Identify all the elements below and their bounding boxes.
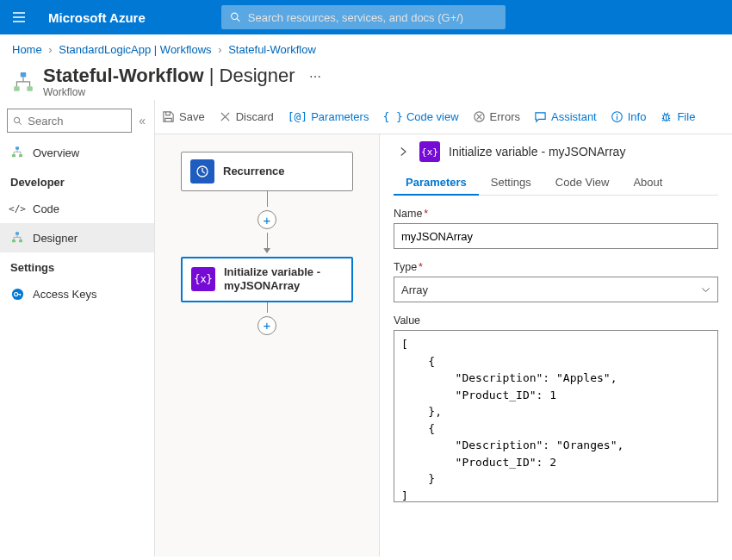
- search-icon: [13, 115, 22, 127]
- svg-rect-9: [19, 154, 22, 157]
- nav-designer[interactable]: Designer: [0, 223, 154, 252]
- svg-point-5: [14, 117, 19, 122]
- tab-parameters[interactable]: Parameters: [394, 171, 479, 196]
- svg-rect-7: [16, 146, 19, 149]
- nav-label: Designer: [33, 232, 78, 245]
- code-icon: </>: [10, 202, 24, 215]
- nav-label: Overview: [33, 146, 79, 159]
- connector-line: [267, 302, 268, 313]
- svg-rect-12: [19, 240, 22, 242]
- global-search[interactable]: [221, 5, 506, 29]
- add-step-button[interactable]: +: [257, 316, 276, 335]
- close-icon: [219, 110, 232, 123]
- nav-code[interactable]: </> Code: [0, 194, 154, 223]
- collapse-nav-button[interactable]: «: [139, 110, 154, 128]
- panel-back-button[interactable]: [394, 142, 413, 161]
- svg-rect-11: [12, 240, 16, 242]
- type-selected-value: Array: [401, 283, 428, 296]
- parameters-icon: [@]: [288, 110, 307, 123]
- tab-settings[interactable]: Settings: [479, 171, 543, 195]
- info-icon: [611, 110, 623, 123]
- error-icon: [473, 110, 486, 123]
- page-title: Stateful-Workflow | Designer: [43, 65, 295, 87]
- search-icon: [230, 11, 241, 23]
- node-initialize-variable[interactable]: {x} Initialize variable - myJSONArray: [181, 257, 353, 302]
- nav-search-input[interactable]: [28, 115, 126, 128]
- value-textarea[interactable]: [394, 330, 718, 502]
- nav-section-developer: Developer: [0, 167, 154, 194]
- svg-rect-2: [21, 72, 27, 77]
- braces-icon: { }: [382, 110, 402, 123]
- nav-access-keys[interactable]: Access Keys: [0, 279, 154, 308]
- chevron-right-icon: ›: [48, 43, 52, 56]
- nav-label: Access Keys: [33, 288, 96, 301]
- designer-icon: [10, 231, 24, 245]
- svg-rect-10: [16, 232, 19, 234]
- svg-line-6: [19, 121, 22, 124]
- parameters-button[interactable]: [@] Parameters: [288, 110, 369, 123]
- workflow-icon: [12, 72, 34, 94]
- field-label-value: Value: [394, 314, 718, 327]
- svg-rect-8: [12, 154, 16, 157]
- variable-icon: {x}: [419, 141, 440, 162]
- nav-overview[interactable]: Overview: [0, 138, 154, 167]
- save-button[interactable]: Save: [162, 110, 205, 123]
- brand-label: Microsoft Azure: [48, 10, 146, 25]
- file-button[interactable]: File: [660, 110, 695, 123]
- errors-button[interactable]: Errors: [473, 110, 520, 123]
- nav-search[interactable]: [7, 109, 132, 133]
- chat-icon: [534, 110, 547, 123]
- global-search-input[interactable]: [248, 11, 497, 24]
- svg-rect-18: [617, 116, 617, 121]
- node-recurrence[interactable]: Recurrence: [181, 152, 353, 191]
- discard-button[interactable]: Discard: [219, 110, 274, 123]
- save-icon: [162, 110, 175, 123]
- recurrence-icon: [190, 159, 214, 184]
- overview-icon: [10, 146, 24, 159]
- nav-label: Code: [33, 202, 59, 215]
- arrow-down-icon: [264, 248, 270, 253]
- chevron-right-icon: ›: [218, 43, 221, 56]
- chevron-down-icon: [701, 285, 710, 295]
- svg-rect-4: [27, 86, 33, 90]
- panel-title: Initialize variable - myJSONArray: [449, 145, 625, 159]
- designer-canvas[interactable]: Recurrence + {x} Initialize variable - m…: [155, 134, 379, 557]
- node-label: Initialize variable - myJSONArray: [224, 265, 343, 294]
- assistant-button[interactable]: Assistant: [534, 110, 597, 123]
- connector-line: [267, 233, 268, 248]
- svg-line-1: [237, 19, 239, 22]
- crumb-workflow[interactable]: Stateful-Workflow: [228, 43, 316, 56]
- crumb-app[interactable]: StandardLogicApp | Workflows: [59, 43, 211, 56]
- variable-icon: {x}: [191, 267, 215, 291]
- tab-code-view[interactable]: Code View: [543, 171, 622, 195]
- breadcrumb: Home › StandardLogicApp | Workflows › St…: [0, 34, 732, 61]
- codeview-button[interactable]: { } Code view: [382, 110, 458, 123]
- svg-point-17: [616, 114, 617, 115]
- add-step-button[interactable]: +: [257, 210, 276, 229]
- svg-point-0: [231, 13, 237, 19]
- field-label-name: Name*: [394, 208, 718, 220]
- info-button[interactable]: Info: [611, 110, 647, 123]
- more-button[interactable]: ⋯: [309, 70, 321, 84]
- connector-line: [267, 191, 268, 207]
- page-subtitle: Workflow: [43, 86, 295, 98]
- type-select[interactable]: Array: [394, 277, 718, 302]
- key-icon: [10, 287, 24, 301]
- field-label-type: Type*: [394, 261, 718, 273]
- bug-icon: [660, 110, 673, 123]
- svg-rect-3: [14, 86, 20, 90]
- node-label: Recurrence: [223, 165, 285, 178]
- tab-about[interactable]: About: [621, 171, 674, 195]
- nav-section-settings: Settings: [0, 252, 154, 279]
- crumb-home[interactable]: Home: [12, 43, 42, 56]
- hamburger-menu[interactable]: [9, 7, 29, 28]
- name-input[interactable]: [394, 223, 718, 249]
